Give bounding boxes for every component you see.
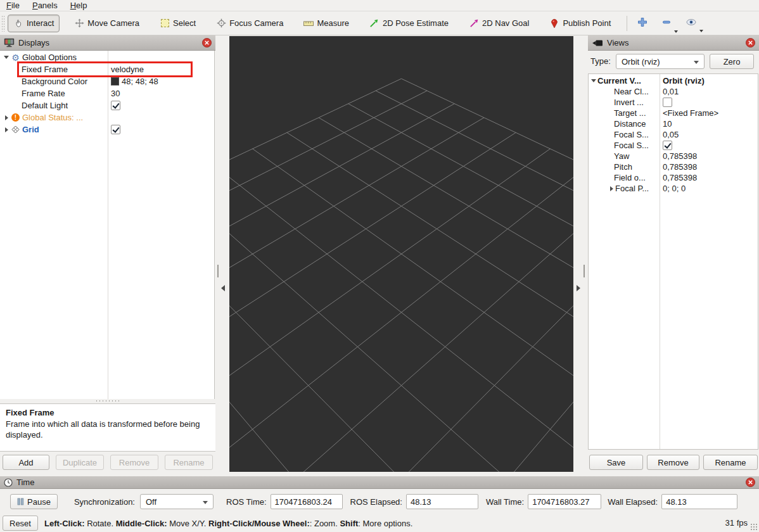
views-panel-header[interactable]: Views	[588, 35, 759, 51]
pitch-value[interactable]: 0,785398	[660, 162, 758, 172]
tree-row-current-view[interactable]: Current V... Orbit (rviz)	[589, 75, 758, 86]
expander-open-icon[interactable]	[3, 56, 10, 59]
ros-time-field[interactable]: 1704716803.24	[271, 494, 343, 509]
rename-button[interactable]: Rename	[165, 455, 213, 470]
remove-tool-button[interactable]	[658, 15, 675, 32]
background-color-value[interactable]: 48; 48; 48	[108, 77, 214, 86]
3d-viewport[interactable]	[229, 36, 573, 472]
tree-row-global-status[interactable]: ! Global Status: ...	[0, 111, 214, 124]
default-light-checkbox[interactable]	[111, 101, 120, 110]
menu-help[interactable]: Help	[64, 0, 94, 11]
time-panel-header[interactable]: Time	[0, 476, 759, 489]
tree-row-global-options[interactable]: ⚙ Global Options	[0, 51, 214, 63]
toolbar-drag-handle[interactable]	[1, 15, 5, 32]
tree-row-yaw[interactable]: Yaw 0,785398	[589, 151, 758, 162]
collapse-right-icon[interactable]	[577, 285, 580, 291]
focal-point-value[interactable]: 0; 0; 0	[660, 184, 758, 193]
collapse-left-icon[interactable]	[221, 285, 225, 291]
tree-row-pitch[interactable]: Pitch 0,785398	[589, 162, 758, 172]
pause-button[interactable]: Pause	[10, 494, 58, 509]
wall-elapsed-field[interactable]: 48.13	[661, 494, 737, 509]
move-camera-tool-button[interactable]: Move Camera	[68, 15, 145, 32]
close-icon[interactable]	[746, 38, 755, 48]
window-resize-grip[interactable]	[750, 523, 758, 531]
fps-counter: 31 fps	[725, 518, 748, 528]
fixed-frame-value[interactable]: velodyne	[108, 65, 214, 74]
duplicate-button[interactable]: Duplicate	[56, 455, 104, 470]
focus-camera-tool-button[interactable]: Focus Camera	[210, 15, 289, 32]
pose-estimate-tool-button[interactable]: 2D Pose Estimate	[364, 15, 454, 32]
close-icon[interactable]	[746, 478, 755, 487]
measure-tool-button[interactable]: Measure	[298, 15, 355, 32]
selection-box-icon	[160, 18, 170, 28]
publish-point-tool-button[interactable]: Publish Point	[544, 15, 616, 32]
magenta-arrow-icon	[469, 18, 479, 28]
map-pin-icon	[549, 18, 559, 28]
menu-file[interactable]: File	[0, 0, 26, 11]
wall-time-field[interactable]: 1704716803.27	[528, 494, 601, 509]
minus-icon	[661, 17, 672, 27]
tree-row-background-color[interactable]: Background Color 48; 48; 48	[0, 75, 214, 87]
focal-shape-fixed-checkbox[interactable]	[663, 141, 672, 150]
tool-visibility-button[interactable]	[682, 15, 701, 31]
tool-label: Publish Point	[563, 18, 611, 28]
interact-tool-button[interactable]: Interact	[8, 15, 60, 32]
grid-enabled-checkbox[interactable]	[111, 125, 120, 134]
add-button[interactable]: Add	[3, 455, 49, 470]
tree-row-fixed-frame[interactable]: Fixed Frame velodyne	[0, 63, 214, 75]
tree-row-field-of-view[interactable]: Field o... 0,785398	[589, 172, 758, 183]
displays-panel: Displays ⚙ Global Options Fixed Frame ve…	[0, 35, 215, 472]
tree-row-distance[interactable]: Distance 10	[589, 118, 758, 129]
expander-open-icon[interactable]	[590, 79, 597, 82]
expander-closed-icon[interactable]	[3, 127, 10, 132]
status-bar: Reset Left-Click: Rotate. Middle-Click: …	[0, 514, 759, 532]
add-tool-button[interactable]	[634, 15, 651, 32]
tree-row-invert-z[interactable]: Invert ...	[589, 97, 758, 108]
expander-closed-icon[interactable]	[3, 115, 10, 120]
remove-button[interactable]: Remove	[110, 455, 158, 470]
remove-view-button[interactable]: Remove	[647, 455, 699, 470]
frame-rate-value[interactable]: 30	[108, 89, 214, 98]
splitter-grip[interactable]	[217, 265, 219, 277]
displays-panel-header[interactable]: Displays	[0, 35, 215, 51]
rename-view-button[interactable]: Rename	[703, 455, 758, 470]
tree-row-focal-shape-size[interactable]: Focal S... 0,05	[589, 129, 758, 140]
panel-splitter-handle[interactable]	[95, 400, 120, 402]
focal-shape-size-value[interactable]: 0,05	[660, 130, 758, 139]
yaw-value[interactable]: 0,785398	[660, 151, 758, 161]
tree-row-target-frame[interactable]: Target ... <Fixed Frame>	[589, 108, 758, 118]
tree-row-focal-shape-fixed[interactable]: Focal S...	[589, 140, 758, 151]
reset-button[interactable]: Reset	[3, 516, 38, 531]
invert-z-checkbox[interactable]	[663, 98, 672, 107]
fov-value[interactable]: 0,785398	[660, 173, 758, 182]
ros-elapsed-label: ROS Elapsed:	[350, 497, 402, 507]
near-clip-value[interactable]: 0,01	[660, 87, 758, 96]
nav-goal-tool-button[interactable]: 2D Nav Goal	[463, 15, 535, 32]
zero-button[interactable]: Zero	[710, 54, 754, 69]
tree-row-near-clip[interactable]: Near Cl... 0,01	[589, 86, 758, 97]
synchronization-combobox[interactable]: Off	[140, 494, 214, 509]
ros-elapsed-field[interactable]: 48.13	[406, 494, 478, 509]
save-button[interactable]: Save	[589, 455, 643, 470]
right-splitter[interactable]	[573, 35, 588, 472]
close-icon[interactable]	[202, 38, 212, 48]
chevron-down-icon	[694, 61, 699, 64]
tree-row-default-light[interactable]: Default Light	[0, 99, 214, 111]
distance-value[interactable]: 10	[660, 119, 758, 129]
views-button-row: Save Remove Rename	[588, 455, 759, 470]
menu-panels[interactable]: Panels	[26, 0, 64, 11]
left-splitter[interactable]	[215, 35, 230, 472]
ruler-icon	[303, 18, 314, 28]
tree-row-grid[interactable]: Grid	[0, 124, 214, 136]
menu-bar: File Panels Help	[0, 0, 759, 11]
target-frame-value[interactable]: <Fixed Frame>	[660, 108, 758, 118]
expander-closed-icon[interactable]	[608, 186, 615, 191]
ground-grid	[229, 36, 573, 472]
property-label: Field o...	[614, 173, 646, 182]
tree-row-focal-point[interactable]: Focal P... 0; 0; 0	[589, 183, 758, 194]
select-tool-button[interactable]: Select	[154, 15, 201, 32]
splitter-grip[interactable]	[584, 265, 585, 277]
crosshair-icon	[216, 18, 226, 28]
view-type-combobox[interactable]: Orbit (rviz)	[616, 54, 705, 69]
tree-row-frame-rate[interactable]: Frame Rate 30	[0, 87, 214, 99]
